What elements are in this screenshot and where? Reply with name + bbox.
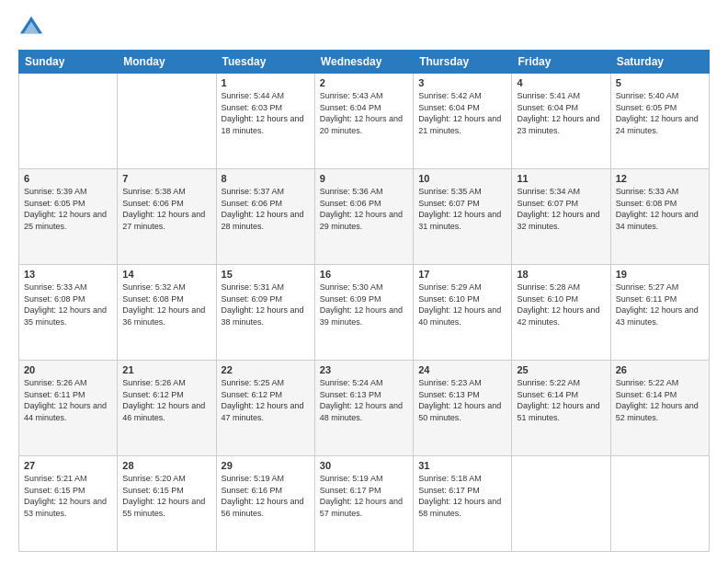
day-info: Sunrise: 5:30 AM Sunset: 6:09 PM Dayligh… (320, 282, 408, 327)
weekday-header-row: SundayMondayTuesdayWednesdayThursdayFrid… (19, 51, 710, 74)
day-info: Sunrise: 5:19 AM Sunset: 6:17 PM Dayligh… (320, 473, 408, 519)
day-number: 14 (122, 269, 210, 280)
weekday-header-monday: Monday (118, 51, 216, 74)
day-info: Sunrise: 5:41 AM Sunset: 6:04 PM Dayligh… (517, 90, 605, 136)
day-number: 27 (24, 460, 112, 471)
day-info: Sunrise: 5:26 AM Sunset: 6:11 PM Dayligh… (24, 377, 112, 423)
day-info: Sunrise: 5:35 AM Sunset: 6:07 PM Dayligh… (418, 186, 506, 232)
calendar-cell: 9Sunrise: 5:36 AM Sunset: 6:06 PM Daylig… (314, 169, 413, 265)
week-row-4: 27Sunrise: 5:21 AM Sunset: 6:15 PM Dayli… (19, 456, 710, 552)
day-info: Sunrise: 5:21 AM Sunset: 6:15 PM Dayligh… (24, 473, 112, 519)
day-info: Sunrise: 5:43 AM Sunset: 6:04 PM Dayligh… (320, 90, 408, 136)
day-info: Sunrise: 5:28 AM Sunset: 6:10 PM Dayligh… (517, 282, 605, 327)
calendar-cell: 21Sunrise: 5:26 AM Sunset: 6:12 PM Dayli… (118, 361, 216, 456)
day-number: 22 (222, 364, 310, 375)
calendar-cell: 27Sunrise: 5:21 AM Sunset: 6:15 PM Dayli… (19, 456, 118, 552)
calendar-cell (610, 456, 709, 552)
day-number: 30 (320, 460, 408, 471)
day-number: 28 (122, 460, 210, 471)
day-number: 8 (222, 173, 310, 184)
day-info: Sunrise: 5:26 AM Sunset: 6:12 PM Dayligh… (122, 377, 210, 423)
calendar-cell: 17Sunrise: 5:29 AM Sunset: 6:10 PM Dayli… (414, 265, 512, 361)
day-number: 29 (222, 460, 310, 471)
calendar-cell: 20Sunrise: 5:26 AM Sunset: 6:11 PM Dayli… (19, 361, 118, 456)
logo (18, 15, 48, 40)
day-info: Sunrise: 5:29 AM Sunset: 6:10 PM Dayligh… (418, 282, 506, 327)
day-number: 6 (24, 173, 112, 184)
day-info: Sunrise: 5:39 AM Sunset: 6:05 PM Dayligh… (24, 186, 112, 232)
day-info: Sunrise: 5:37 AM Sunset: 6:06 PM Dayligh… (222, 186, 310, 232)
day-info: Sunrise: 5:44 AM Sunset: 6:03 PM Dayligh… (222, 90, 310, 136)
week-row-2: 13Sunrise: 5:33 AM Sunset: 6:08 PM Dayli… (19, 265, 710, 361)
day-number: 23 (320, 364, 408, 375)
day-number: 9 (320, 173, 408, 184)
day-number: 21 (122, 364, 210, 375)
day-number: 5 (616, 77, 704, 88)
day-info: Sunrise: 5:38 AM Sunset: 6:06 PM Dayligh… (122, 186, 210, 232)
day-number: 19 (616, 269, 704, 280)
calendar-cell: 29Sunrise: 5:19 AM Sunset: 6:16 PM Dayli… (216, 456, 314, 552)
day-info: Sunrise: 5:18 AM Sunset: 6:17 PM Dayligh… (418, 473, 506, 519)
day-info: Sunrise: 5:22 AM Sunset: 6:14 PM Dayligh… (616, 377, 704, 423)
day-number: 16 (320, 269, 408, 280)
day-info: Sunrise: 5:20 AM Sunset: 6:15 PM Dayligh… (122, 473, 210, 519)
calendar-cell (19, 74, 118, 169)
day-info: Sunrise: 5:42 AM Sunset: 6:04 PM Dayligh… (418, 90, 506, 136)
calendar-cell: 12Sunrise: 5:33 AM Sunset: 6:08 PM Dayli… (610, 169, 709, 265)
calendar-cell: 3Sunrise: 5:42 AM Sunset: 6:04 PM Daylig… (414, 74, 512, 169)
calendar-cell: 23Sunrise: 5:24 AM Sunset: 6:13 PM Dayli… (314, 361, 413, 456)
calendar-cell: 5Sunrise: 5:40 AM Sunset: 6:05 PM Daylig… (610, 74, 709, 169)
day-info: Sunrise: 5:36 AM Sunset: 6:06 PM Dayligh… (320, 186, 408, 232)
day-number: 3 (418, 77, 506, 88)
calendar-cell (118, 74, 216, 169)
day-number: 31 (418, 460, 506, 471)
day-number: 20 (24, 364, 112, 375)
day-info: Sunrise: 5:19 AM Sunset: 6:16 PM Dayligh… (222, 473, 310, 519)
calendar-cell: 25Sunrise: 5:22 AM Sunset: 6:14 PM Dayli… (512, 361, 610, 456)
day-number: 17 (418, 269, 506, 280)
calendar-cell: 6Sunrise: 5:39 AM Sunset: 6:05 PM Daylig… (19, 169, 118, 265)
calendar-cell: 8Sunrise: 5:37 AM Sunset: 6:06 PM Daylig… (216, 169, 314, 265)
week-row-1: 6Sunrise: 5:39 AM Sunset: 6:05 PM Daylig… (19, 169, 710, 265)
day-number: 15 (222, 269, 310, 280)
calendar-cell: 7Sunrise: 5:38 AM Sunset: 6:06 PM Daylig… (118, 169, 216, 265)
calendar-cell: 19Sunrise: 5:27 AM Sunset: 6:11 PM Dayli… (610, 265, 709, 361)
day-info: Sunrise: 5:40 AM Sunset: 6:05 PM Dayligh… (616, 90, 704, 136)
calendar-cell: 28Sunrise: 5:20 AM Sunset: 6:15 PM Dayli… (118, 456, 216, 552)
calendar-cell: 30Sunrise: 5:19 AM Sunset: 6:17 PM Dayli… (314, 456, 413, 552)
day-number: 11 (517, 173, 605, 184)
calendar-cell: 31Sunrise: 5:18 AM Sunset: 6:17 PM Dayli… (414, 456, 512, 552)
weekday-header-friday: Friday (512, 51, 610, 74)
calendar-cell: 4Sunrise: 5:41 AM Sunset: 6:04 PM Daylig… (512, 74, 610, 169)
day-number: 18 (517, 269, 605, 280)
day-number: 10 (418, 173, 506, 184)
calendar-cell: 13Sunrise: 5:33 AM Sunset: 6:08 PM Dayli… (19, 265, 118, 361)
calendar-cell: 2Sunrise: 5:43 AM Sunset: 6:04 PM Daylig… (314, 74, 413, 169)
calendar-cell: 14Sunrise: 5:32 AM Sunset: 6:08 PM Dayli… (118, 265, 216, 361)
calendar-cell: 24Sunrise: 5:23 AM Sunset: 6:13 PM Dayli… (414, 361, 512, 456)
weekday-header-sunday: Sunday (19, 51, 118, 74)
calendar-cell (512, 456, 610, 552)
day-number: 12 (616, 173, 704, 184)
calendar-table: SundayMondayTuesdayWednesdayThursdayFrid… (18, 50, 710, 552)
day-number: 26 (616, 364, 704, 375)
calendar-cell: 10Sunrise: 5:35 AM Sunset: 6:07 PM Dayli… (414, 169, 512, 265)
calendar-cell: 11Sunrise: 5:34 AM Sunset: 6:07 PM Dayli… (512, 169, 610, 265)
day-number: 2 (320, 77, 408, 88)
weekday-header-thursday: Thursday (414, 51, 512, 74)
weekday-header-tuesday: Tuesday (216, 51, 314, 74)
week-row-0: 1Sunrise: 5:44 AM Sunset: 6:03 PM Daylig… (19, 74, 710, 169)
day-number: 24 (418, 364, 506, 375)
day-number: 1 (222, 77, 310, 88)
weekday-header-wednesday: Wednesday (314, 51, 413, 74)
calendar-cell: 1Sunrise: 5:44 AM Sunset: 6:03 PM Daylig… (216, 74, 314, 169)
day-info: Sunrise: 5:27 AM Sunset: 6:11 PM Dayligh… (616, 282, 704, 327)
day-number: 13 (24, 269, 112, 280)
day-info: Sunrise: 5:24 AM Sunset: 6:13 PM Dayligh… (320, 377, 408, 423)
weekday-header-saturday: Saturday (610, 51, 709, 74)
day-info: Sunrise: 5:23 AM Sunset: 6:13 PM Dayligh… (418, 377, 506, 423)
day-info: Sunrise: 5:32 AM Sunset: 6:08 PM Dayligh… (122, 282, 210, 327)
day-info: Sunrise: 5:31 AM Sunset: 6:09 PM Dayligh… (222, 282, 310, 327)
week-row-3: 20Sunrise: 5:26 AM Sunset: 6:11 PM Dayli… (19, 361, 710, 456)
day-info: Sunrise: 5:33 AM Sunset: 6:08 PM Dayligh… (24, 282, 112, 327)
